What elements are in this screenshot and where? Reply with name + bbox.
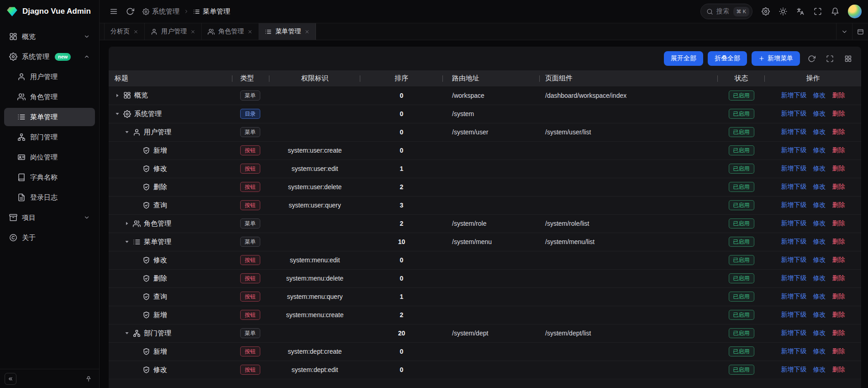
sidebar-toggle-button[interactable] (106, 4, 121, 19)
action-edit-link[interactable]: 修改 (813, 146, 826, 154)
add-menu-button[interactable]: 新增菜单 (752, 51, 800, 66)
action-delete-link[interactable]: 删除 (832, 347, 845, 355)
action-edit-link[interactable]: 修改 (813, 292, 826, 300)
action-add-child-link[interactable]: 新增下级 (781, 110, 807, 117)
table-refresh-button[interactable] (805, 52, 818, 65)
sidebar-item-dept-management[interactable]: 部门管理 (4, 128, 95, 146)
action-delete-link[interactable]: 删除 (832, 292, 845, 300)
sidebar-item-dict-management[interactable]: 字典名称 (4, 168, 95, 186)
tree-collapse-icon[interactable] (115, 111, 120, 117)
tab-analysis[interactable]: 分析页 (104, 23, 145, 40)
action-edit-link[interactable]: 修改 (813, 165, 826, 172)
action-delete-link[interactable]: 删除 (832, 366, 845, 373)
sidebar-pin-button[interactable] (83, 373, 95, 385)
sidebar-item-user-management[interactable]: 用户管理 (4, 68, 95, 86)
sidebar-item-login-log[interactable]: 登录日志 (4, 188, 95, 207)
action-delete-link[interactable]: 删除 (832, 219, 845, 227)
tree-expand-icon[interactable] (124, 221, 130, 226)
tab-close-icon[interactable] (190, 29, 195, 34)
action-add-child-link[interactable]: 新增下级 (781, 183, 807, 190)
action-add-child-link[interactable]: 新增下级 (781, 201, 807, 208)
action-edit-link[interactable]: 修改 (813, 91, 826, 99)
tabs-dropdown-button[interactable] (836, 23, 852, 40)
action-add-child-link[interactable]: 新增下级 (781, 329, 807, 336)
fullscreen-button[interactable] (810, 4, 826, 19)
sidebar-item-about[interactable]: 关于 (4, 229, 95, 247)
notifications-button[interactable] (827, 4, 843, 19)
action-delete-link[interactable]: 删除 (832, 110, 845, 117)
action-edit-link[interactable]: 修改 (813, 347, 826, 355)
action-edit-link[interactable]: 修改 (813, 256, 826, 263)
action-delete-link[interactable]: 删除 (832, 201, 845, 208)
action-add-child-link[interactable]: 新增下级 (781, 165, 807, 172)
row-title: 删除 (153, 183, 167, 191)
action-edit-link[interactable]: 修改 (813, 183, 826, 190)
action-delete-link[interactable]: 删除 (832, 165, 845, 172)
collapse-all-button[interactable]: 折叠全部 (708, 51, 747, 66)
action-edit-link[interactable]: 修改 (813, 201, 826, 208)
action-edit-link[interactable]: 修改 (813, 274, 826, 282)
language-button[interactable] (793, 4, 808, 19)
action-delete-link[interactable]: 删除 (832, 311, 845, 318)
breadcrumb-item-menu[interactable]: 菜单管理 (193, 7, 230, 16)
sidebar-item-post-management[interactable]: 岗位管理 (4, 148, 95, 166)
action-edit-link[interactable]: 修改 (813, 329, 826, 336)
action-add-child-link[interactable]: 新增下级 (781, 274, 807, 282)
sidebar-item-system[interactable]: 系统管理new (4, 48, 95, 66)
action-add-child-link[interactable]: 新增下级 (781, 219, 807, 227)
sidebar-collapse-button[interactable] (5, 373, 16, 385)
action-add-child-link[interactable]: 新增下级 (781, 128, 807, 135)
action-delete-link[interactable]: 删除 (832, 146, 845, 154)
action-edit-link[interactable]: 修改 (813, 219, 826, 227)
action-delete-link[interactable]: 删除 (832, 274, 845, 282)
breadcrumb-item-system[interactable]: 系统管理 (142, 7, 179, 16)
action-delete-link[interactable]: 删除 (832, 91, 845, 99)
settings-button[interactable] (758, 4, 773, 19)
action-add-child-link[interactable]: 新增下级 (781, 256, 807, 263)
action-add-child-link[interactable]: 新增下级 (781, 292, 807, 300)
permission-code (269, 105, 360, 123)
action-edit-link[interactable]: 修改 (813, 238, 826, 245)
action-add-child-link[interactable]: 新增下级 (781, 366, 807, 373)
idcard-icon (17, 153, 26, 161)
search-input[interactable]: 搜索 ⌘ K (700, 4, 752, 19)
tab-user-management[interactable]: 用户管理 (145, 23, 202, 40)
tab-close-icon[interactable] (305, 29, 310, 34)
action-add-child-link[interactable]: 新增下级 (781, 238, 807, 245)
user-avatar[interactable] (848, 5, 862, 18)
action-add-child-link[interactable]: 新增下级 (781, 91, 807, 99)
table-fullscreen-button[interactable] (823, 52, 836, 65)
tab-menu-management[interactable]: 菜单管理 (259, 23, 316, 40)
tab-role-management[interactable]: 角色管理 (202, 23, 259, 40)
route-path (443, 159, 540, 178)
sidebar-item-role-management[interactable]: 角色管理 (4, 88, 95, 106)
action-delete-link[interactable]: 删除 (832, 256, 845, 263)
tree-expand-icon[interactable] (115, 93, 120, 98)
action-edit-link[interactable]: 修改 (813, 128, 826, 135)
tabs-layout-button[interactable] (852, 23, 868, 40)
expand-all-button[interactable]: 展开全部 (664, 51, 703, 66)
action-delete-link[interactable]: 删除 (832, 128, 845, 135)
action-delete-link[interactable]: 删除 (832, 183, 845, 190)
action-edit-link[interactable]: 修改 (813, 311, 826, 318)
theme-toggle-button[interactable] (775, 4, 791, 19)
table-columns-button[interactable] (841, 52, 855, 65)
action-delete-link[interactable]: 删除 (832, 238, 845, 245)
tree-collapse-icon[interactable] (124, 330, 130, 336)
action-delete-link[interactable]: 删除 (832, 329, 845, 336)
tab-close-icon[interactable] (133, 29, 138, 34)
page-refresh-button[interactable] (122, 4, 138, 19)
tree-collapse-icon[interactable] (124, 239, 130, 244)
action-edit-link[interactable]: 修改 (813, 110, 826, 117)
action-edit-link[interactable]: 修改 (813, 366, 826, 373)
sidebar-item-project[interactable]: 项目 (4, 208, 95, 227)
list-icon (193, 8, 200, 15)
app-logo[interactable]: Djagno Vue Admin (0, 0, 99, 23)
tab-close-icon[interactable] (247, 29, 253, 34)
sidebar-item-overview[interactable]: 概览 (4, 27, 95, 46)
tree-collapse-icon[interactable] (124, 129, 130, 135)
action-add-child-link[interactable]: 新增下级 (781, 311, 807, 318)
action-add-child-link[interactable]: 新增下级 (781, 146, 807, 154)
sidebar-item-menu-management[interactable]: 菜单管理 (4, 108, 95, 126)
action-add-child-link[interactable]: 新增下级 (781, 347, 807, 355)
